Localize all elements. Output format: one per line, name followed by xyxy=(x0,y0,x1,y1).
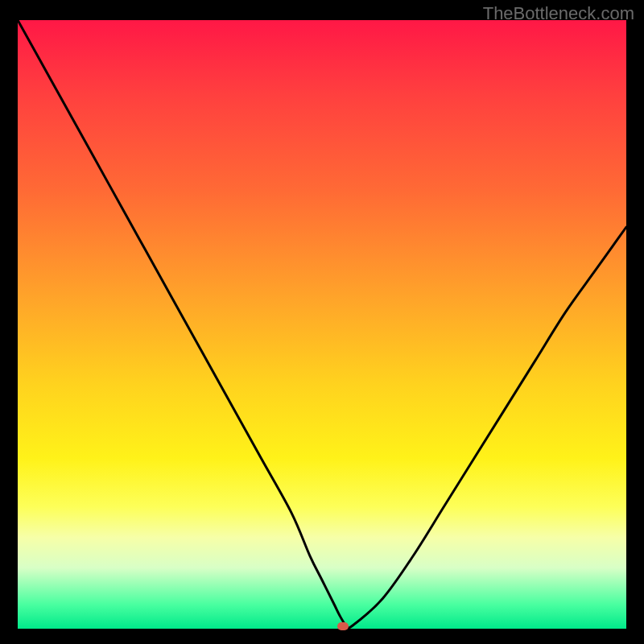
chart-container: TheBottleneck.com xyxy=(0,0,644,644)
bottleneck-curve xyxy=(18,20,626,628)
curve-svg xyxy=(18,20,626,629)
watermark-text: TheBottleneck.com xyxy=(483,3,634,24)
plot-area xyxy=(18,20,626,629)
optimal-point-marker xyxy=(337,622,349,630)
